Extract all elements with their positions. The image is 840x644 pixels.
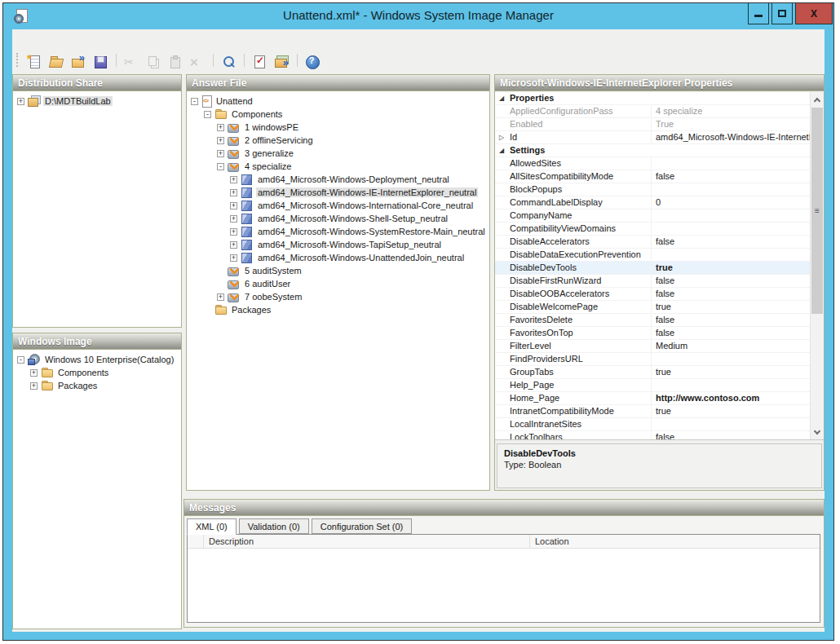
property-value[interactable] <box>652 418 810 430</box>
property-value[interactable]: amd64_Microsoft-Windows-IE-InternetExplo… <box>652 131 810 143</box>
property-value[interactable]: 4 specialize <box>652 105 810 117</box>
Properties[interactable]: Properties <box>495 92 810 105</box>
property-value[interactable] <box>652 210 810 222</box>
table-column-header[interactable] <box>188 535 204 548</box>
CommandLabelDisplay[interactable]: CommandLabelDisplay 0 <box>495 196 810 210</box>
scroll-up-icon[interactable] <box>811 92 824 106</box>
tree-item-component[interactable]: + amd64_Microsoft-Windows-Shell-Setup_ne… <box>187 212 489 225</box>
DisableWelcomePage[interactable]: DisableWelcomePage true <box>495 301 810 314</box>
GroupTabs[interactable]: GroupTabs true <box>495 366 810 379</box>
tree-item-windows-image-root[interactable]: - Windows 10 Enterprise(Catalog) <box>13 353 181 366</box>
toolbar-separator[interactable] <box>244 54 245 67</box>
minimize-button[interactable] <box>748 3 769 24</box>
Id[interactable]: Id amd64_Microsoft-Windows-IE-InternetEx… <box>495 131 810 144</box>
property-value[interactable] <box>652 183 810 196</box>
tree-item-pass-3[interactable]: + 3 generalize <box>187 147 489 160</box>
tree-item-component[interactable]: + amd64_Microsoft-Windows-UnattendedJoin… <box>187 251 489 264</box>
AllowedSites[interactable]: AllowedSites <box>495 157 810 170</box>
expander-icon[interactable]: + <box>230 176 237 183</box>
menu-item[interactable] <box>63 36 77 42</box>
tree-item-distribution-share-root[interactable]: + D:\MDTBuildLab <box>13 95 181 108</box>
expander-icon[interactable]: - <box>191 98 198 105</box>
expander-icon[interactable]: + <box>230 189 237 196</box>
toolbar-separator[interactable] <box>297 54 298 67</box>
tree-item-component[interactable]: + amd64_Microsoft-Windows-SystemRestore-… <box>187 225 489 238</box>
delete-button[interactable] <box>188 51 208 69</box>
property-value[interactable]: false <box>652 431 810 440</box>
property-value[interactable]: Medium <box>652 340 810 352</box>
save-answer-file-button[interactable] <box>91 51 111 69</box>
open-answer-file-button[interactable] <box>46 51 67 69</box>
FindProvidersURL[interactable]: FindProvidersURL <box>495 353 810 366</box>
tree-item-component[interactable]: + amd64_Microsoft-Windows-International-… <box>187 199 489 212</box>
FavoritesOnTop[interactable]: FavoritesOnTop false <box>495 327 810 340</box>
table-column-header[interactable]: Location <box>530 535 820 548</box>
tree-item-packages[interactable]: Packages <box>187 303 489 316</box>
expander-icon[interactable]: + <box>217 137 224 144</box>
IntranetCompatibilityMode[interactable]: IntranetCompatibilityMode true <box>495 405 810 418</box>
expander-icon[interactable]: + <box>17 98 24 105</box>
expander-icon[interactable]: + <box>30 369 38 377</box>
menu-item[interactable] <box>33 36 48 42</box>
title-bar[interactable]: Unattend.xml* - Windows System Image Man… <box>3 3 833 29</box>
tree-item-packages[interactable]: + Packages <box>13 379 181 392</box>
tree-item-pass-6[interactable]: 6 auditUser <box>187 277 489 290</box>
property-value[interactable]: false <box>652 327 810 339</box>
property-value[interactable]: http://www.contoso.com <box>652 392 810 404</box>
tree-item-unattend[interactable]: - Unattend <box>187 95 489 108</box>
FavoritesDelete[interactable]: FavoritesDelete false <box>495 314 810 327</box>
LockToolbars[interactable]: LockToolbars false <box>495 431 810 440</box>
expander-icon[interactable]: + <box>217 150 224 157</box>
tree-item-components[interactable]: + Components <box>13 366 181 379</box>
AllSitesCompatibilityMode[interactable]: AllSitesCompatibilityMode false <box>495 170 810 183</box>
paste-button[interactable] <box>166 51 186 69</box>
find-button[interactable] <box>219 51 239 69</box>
Help_Page[interactable]: Help_Page <box>495 379 810 392</box>
tab-configuration-set[interactable]: Configuration Set (0) <box>312 518 413 534</box>
tab-xml[interactable]: XML (0) <box>187 518 237 535</box>
Enabled[interactable]: Enabled True <box>495 118 810 131</box>
LocalIntranetSites[interactable]: LocalIntranetSites <box>495 418 810 431</box>
property-value[interactable]: True <box>652 118 810 130</box>
copy-button[interactable] <box>144 51 164 69</box>
validate-answer-file-button[interactable] <box>250 51 270 69</box>
BlockPopups[interactable]: BlockPopups <box>495 183 810 196</box>
DisableAccelerators[interactable]: DisableAccelerators false <box>495 236 810 249</box>
property-value[interactable]: false <box>652 314 810 326</box>
toolbar-separator[interactable] <box>116 54 117 67</box>
property-value[interactable]: false <box>652 236 810 248</box>
expander-icon[interactable]: + <box>230 215 237 223</box>
tab-validation[interactable]: Validation (0) <box>239 518 309 534</box>
expander-icon[interactable]: + <box>30 382 38 390</box>
open-distribution-share-button[interactable] <box>69 51 89 69</box>
expander-icon[interactable]: + <box>230 241 237 249</box>
CompatibilityViewDomains[interactable]: CompatibilityViewDomains <box>495 223 810 236</box>
tree-item-pass-5[interactable]: 5 auditSystem <box>187 264 489 277</box>
expander-icon[interactable]: + <box>230 254 237 262</box>
tree-item-component[interactable]: + amd64_Microsoft-Windows-Deployment_neu… <box>187 173 489 186</box>
menu-item[interactable] <box>77 36 92 42</box>
cut-button[interactable] <box>122 51 142 69</box>
tree-item-pass-4[interactable]: - 4 specialize <box>187 160 489 173</box>
expander-icon[interactable]: + <box>230 202 237 210</box>
AppliedConfigurationPass[interactable]: AppliedConfigurationPass 4 specialize <box>495 105 810 118</box>
Home_Page[interactable]: Home_Page http://www.contoso.com <box>495 392 810 405</box>
new-answer-file-button[interactable] <box>24 51 45 69</box>
create-configuration-set-button[interactable] <box>272 51 292 69</box>
expander-icon[interactable]: - <box>217 163 224 170</box>
tree-item-component[interactable]: + amd64_Microsoft-Windows-TapiSetup_neut… <box>187 238 489 251</box>
scrollbar-thumb[interactable] <box>811 108 823 314</box>
tree-item-components[interactable]: - Components <box>187 108 489 121</box>
DisableDataExecutionPrevention[interactable]: DisableDataExecutionPrevention <box>495 249 810 262</box>
menu-item[interactable] <box>48 36 63 42</box>
DisableFirstRunWizard[interactable]: DisableFirstRunWizard false <box>495 275 810 288</box>
property-value[interactable] <box>652 157 810 170</box>
tree-item-component[interactable]: + amd64_Microsoft-Windows-IE-InternetExp… <box>187 186 489 199</box>
expander-icon[interactable]: - <box>17 356 24 364</box>
property-value[interactable]: false <box>652 275 810 287</box>
vertical-scrollbar[interactable] <box>810 92 824 439</box>
menu-item[interactable] <box>19 36 33 42</box>
property-value[interactable]: true <box>652 366 810 378</box>
property-value[interactable] <box>652 249 810 261</box>
scroll-down-icon[interactable] <box>811 426 824 439</box>
